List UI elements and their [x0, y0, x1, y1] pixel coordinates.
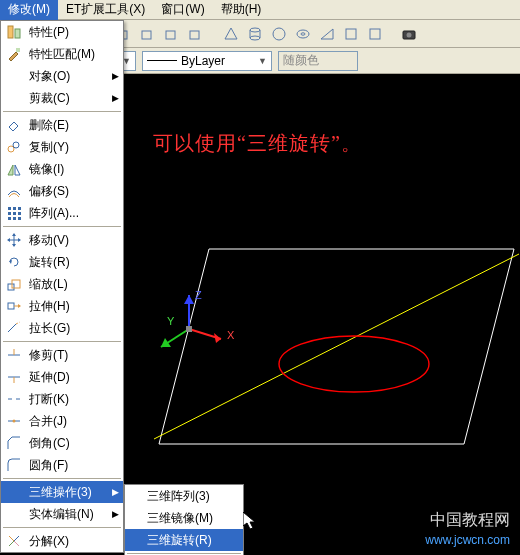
svg-rect-16	[190, 31, 199, 39]
submenu-3d-mirror[interactable]: 三维镜像(M)	[125, 507, 243, 529]
linetype-combo-2[interactable]: ByLayer ▼	[142, 51, 272, 71]
modify-menu: 特性(P) 特性匹配(M) 对象(O)▶ 剪裁(C)▶ 删除(E) 复制(Y) …	[0, 20, 124, 553]
menu-window[interactable]: 窗口(W)	[153, 0, 212, 20]
svg-text:Z: Z	[195, 289, 202, 301]
menu-matchprop[interactable]: 特性匹配(M)	[1, 43, 123, 65]
menu-extend[interactable]: 延伸(D)	[1, 366, 123, 388]
svg-rect-55	[8, 303, 14, 309]
join-icon	[5, 412, 23, 430]
menu-lengthen[interactable]: 拉长(G)	[1, 317, 123, 339]
svg-marker-85	[243, 512, 255, 529]
svg-point-24	[301, 32, 305, 34]
menu-separator	[127, 553, 241, 554]
menu-copy[interactable]: 复制(Y)	[1, 136, 123, 158]
svg-line-68	[9, 536, 14, 541]
menu-join[interactable]: 合并(J)	[1, 410, 123, 432]
svg-rect-42	[18, 212, 21, 215]
chevron-down-icon: ▼	[258, 56, 267, 66]
menu-modify[interactable]: 修改(M)	[0, 0, 58, 20]
svg-rect-38	[13, 207, 16, 210]
solid-icon-2[interactable]	[364, 23, 386, 45]
svg-marker-25	[321, 29, 333, 39]
menu-et-ext[interactable]: ET扩展工具(X)	[58, 0, 153, 20]
svg-point-22	[273, 28, 285, 40]
cone-icon[interactable]	[220, 23, 242, 45]
svg-text:Y: Y	[167, 315, 175, 327]
cursor-icon	[243, 512, 259, 532]
svg-rect-41	[13, 212, 16, 215]
svg-point-23	[297, 30, 309, 38]
menu-trim[interactable]: 修剪(T)	[1, 344, 123, 366]
menu-explode[interactable]: 分解(X)	[1, 530, 123, 552]
svg-marker-35	[8, 165, 13, 175]
svg-marker-36	[15, 165, 20, 175]
menu-properties[interactable]: 特性(P)	[1, 21, 123, 43]
svg-marker-52	[9, 260, 12, 264]
menu-help[interactable]: 帮助(H)	[213, 0, 270, 20]
svg-rect-44	[13, 217, 16, 220]
menu-offset[interactable]: 偏移(S)	[1, 180, 123, 202]
svg-line-71	[14, 541, 19, 546]
torus-icon[interactable]	[292, 23, 314, 45]
box-icon-4[interactable]	[136, 23, 158, 45]
svg-rect-53	[8, 284, 14, 290]
menu-erase[interactable]: 删除(E)	[1, 114, 123, 136]
matchprop-icon	[5, 45, 23, 63]
cylinder-icon[interactable]	[244, 23, 266, 45]
extend-icon	[5, 368, 23, 386]
svg-rect-37	[8, 207, 11, 210]
chevron-right-icon: ▶	[112, 71, 119, 81]
menu-object[interactable]: 对象(O)▶	[1, 65, 123, 87]
svg-rect-32	[16, 48, 20, 52]
box-icon-5[interactable]	[160, 23, 182, 45]
box-icon-6[interactable]	[184, 23, 206, 45]
svg-rect-14	[142, 31, 151, 39]
svg-point-67	[13, 420, 16, 423]
menu-solid-edit[interactable]: 实体编辑(N)▶	[1, 503, 123, 525]
submenu-3d-rotate[interactable]: 三维旋转(R)	[125, 529, 243, 551]
offset-icon	[5, 182, 23, 200]
menu-mirror[interactable]: 镜像(I)	[1, 158, 123, 180]
menu-array[interactable]: 阵列(A)...	[1, 202, 123, 224]
erase-icon	[5, 116, 23, 134]
svg-point-34	[13, 142, 19, 148]
menu-stretch[interactable]: 拉伸(H)	[1, 295, 123, 317]
combo-value-color: 随颜色	[283, 52, 319, 69]
menu-rotate[interactable]: 旋转(R)	[1, 251, 123, 273]
camera-icon[interactable]	[398, 23, 420, 45]
menu-move[interactable]: 移动(V)	[1, 229, 123, 251]
sphere-icon[interactable]	[268, 23, 290, 45]
menu-chamfer[interactable]: 倒角(C)	[1, 432, 123, 454]
menu-break[interactable]: 打断(K)	[1, 388, 123, 410]
menu-3d-operation[interactable]: 三维操作(3)▶	[1, 481, 123, 503]
trim-icon	[5, 346, 23, 364]
mirror-icon	[5, 160, 23, 178]
menu-scale[interactable]: 缩放(L)	[1, 273, 123, 295]
color-combo[interactable]: 随颜色	[278, 51, 358, 71]
combo-value-2: ByLayer	[181, 54, 225, 68]
svg-marker-57	[18, 304, 21, 308]
explode-icon	[5, 532, 23, 550]
annotation-text: 可以使用“三维旋转”。	[153, 130, 362, 157]
menu-separator	[3, 111, 121, 112]
fillet-icon	[5, 456, 23, 474]
svg-line-70	[9, 541, 14, 546]
move-icon	[5, 231, 23, 249]
menu-fillet[interactable]: 圆角(F)	[1, 454, 123, 476]
lengthen-icon	[5, 319, 23, 337]
menu-separator	[3, 341, 121, 342]
3d-operation-submenu: 三维阵列(3) 三维镜像(M) 三维旋转(R) 对齐(L)	[124, 484, 244, 555]
properties-icon	[5, 23, 23, 41]
submenu-3d-array[interactable]: 三维阵列(3)	[125, 485, 243, 507]
wedge-icon[interactable]	[316, 23, 338, 45]
svg-rect-26	[346, 29, 356, 39]
scale-icon	[5, 275, 23, 293]
menu-separator	[3, 527, 121, 528]
svg-rect-39	[18, 207, 21, 210]
watermark-url: www.jcwcn.com	[425, 533, 510, 547]
svg-rect-15	[166, 31, 175, 39]
chevron-right-icon: ▶	[112, 487, 119, 497]
menu-clip[interactable]: 剪裁(C)▶	[1, 87, 123, 109]
solid-icon-1[interactable]	[340, 23, 362, 45]
svg-point-18	[250, 28, 260, 32]
